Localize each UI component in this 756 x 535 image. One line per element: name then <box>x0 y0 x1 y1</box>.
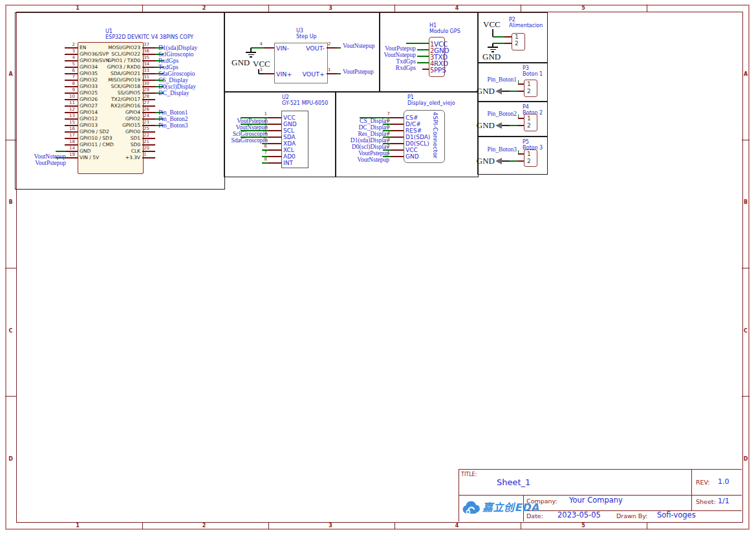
net-label[interactable]: TxdGps <box>158 65 178 71</box>
vcc-power-label[interactable]: VCC <box>253 60 270 68</box>
gnd-power-label[interactable]: GND <box>475 87 495 95</box>
net-label[interactable]: D0(scl)Display <box>158 84 196 90</box>
pin-number: 8 <box>58 81 75 87</box>
net-label[interactable]: Pin_Boton3 <box>465 147 517 153</box>
net-label[interactable]: VoutNstepup <box>13 154 66 160</box>
drawn-by-value[interactable]: Sofi-voges <box>657 511 696 519</box>
pin-stub[interactable] <box>264 47 274 49</box>
wire[interactable] <box>251 47 264 49</box>
company-value[interactable]: Your Company <box>569 496 623 504</box>
net-label[interactable]: TxdGps <box>351 59 416 65</box>
frame-row-letter: B <box>5 199 16 206</box>
wire[interactable] <box>56 151 66 152</box>
pin-stub[interactable] <box>268 149 281 151</box>
net-label[interactable]: Pin_Boton1 <box>465 77 517 83</box>
pin-name: SDA/GPIO21 <box>91 71 140 77</box>
button-connector[interactable]: P5 Boton 3 Pin_Boton3 1 2 GND <box>477 136 546 173</box>
net-label[interactable]: Pin_Boton1 <box>158 110 188 116</box>
wire[interactable] <box>422 69 429 70</box>
net-label[interactable]: SdaGiroscopio <box>158 71 195 77</box>
pin-stub[interactable] <box>518 91 524 92</box>
pin-name: GPIO0 <box>91 129 140 135</box>
pin-stub[interactable] <box>391 130 404 131</box>
net-label[interactable]: Pin_Boton3 <box>158 123 188 129</box>
sheet-value[interactable]: 1/1 <box>718 497 729 505</box>
pin-stub[interactable] <box>391 117 404 118</box>
wire[interactable] <box>417 56 429 57</box>
wire[interactable] <box>259 73 264 74</box>
p1-ref: P1 <box>407 94 414 100</box>
pin-stub[interactable] <box>327 73 337 74</box>
gnd-flag-icon[interactable] <box>495 158 502 164</box>
pin-stub[interactable] <box>518 160 524 162</box>
wire[interactable] <box>406 43 429 44</box>
button-connector[interactable]: P3 Boton 1 Pin_Boton1 1 2 GND <box>477 62 546 101</box>
pin-stub[interactable] <box>518 118 524 119</box>
net-label[interactable]: CS_Display <box>158 78 188 83</box>
pin-stub[interactable] <box>518 153 524 155</box>
rev-value[interactable]: 1.0 <box>718 478 729 486</box>
wire[interactable] <box>417 49 429 50</box>
wire[interactable] <box>510 125 518 126</box>
pin-stub[interactable] <box>391 156 404 157</box>
net-label[interactable]: VoutPstepup <box>351 46 416 52</box>
pin-number: 7 <box>58 74 75 80</box>
pin-stub[interactable] <box>504 36 512 38</box>
gnd-flag-icon[interactable] <box>495 122 502 129</box>
pin-stub[interactable] <box>391 149 404 151</box>
net-label[interactable]: DC_Display <box>158 91 189 96</box>
net-label[interactable]: VoutNstepup <box>351 52 416 58</box>
wire[interactable] <box>492 29 493 37</box>
wire[interactable] <box>493 43 504 44</box>
pin-stub[interactable] <box>268 130 281 131</box>
net-label[interactable]: D1(sda)Display <box>158 45 197 51</box>
pin-stub[interactable] <box>327 47 337 49</box>
frame-tick <box>742 268 750 268</box>
gnd-power-label[interactable]: GND <box>482 52 501 61</box>
wire[interactable] <box>417 62 429 63</box>
net-label[interactable]: RxdGps <box>351 65 416 71</box>
pin-stub[interactable] <box>268 156 281 157</box>
pin-stub[interactable] <box>518 125 524 126</box>
wire[interactable] <box>510 91 518 92</box>
net-label[interactable]: Pin_Boton2 <box>465 111 517 117</box>
wire[interactable] <box>502 160 510 162</box>
button-connector[interactable]: P4 Boton 2 Pin_Boton2 1 2 GND <box>477 101 546 136</box>
wire[interactable] <box>337 47 341 49</box>
vcc-power-label[interactable]: VCC <box>483 20 501 28</box>
pin-stub[interactable] <box>391 124 404 125</box>
gnd-flag-icon[interactable] <box>495 88 502 94</box>
wire[interactable] <box>502 91 510 92</box>
wire[interactable] <box>502 125 510 126</box>
net-label[interactable]: RxdGps <box>158 58 178 64</box>
gnd-power-label[interactable]: GND <box>232 58 250 67</box>
net-label[interactable]: SclGiroscopio <box>158 52 193 58</box>
pin-number: 2 <box>328 41 336 47</box>
pin-name: XCL <box>283 147 294 153</box>
pin-stub[interactable] <box>268 117 281 118</box>
wire[interactable] <box>337 73 341 74</box>
date-value[interactable]: 2023-05-05 <box>557 511 601 519</box>
wire[interactable] <box>493 36 504 38</box>
pin-stub[interactable] <box>518 83 524 85</box>
pin-stub[interactable] <box>504 43 512 44</box>
sheet-title[interactable]: Sheet_1 <box>497 478 530 487</box>
pin-stub[interactable] <box>268 124 281 125</box>
wire[interactable] <box>262 162 268 164</box>
pin-stub[interactable] <box>268 136 281 138</box>
wire[interactable] <box>510 160 518 162</box>
pin-stub[interactable] <box>268 162 281 164</box>
pin-stub[interactable] <box>264 73 274 74</box>
gnd-power-label[interactable]: GND <box>475 157 495 165</box>
net-label[interactable]: VoutPstepup <box>13 160 66 166</box>
pin-name: MISO/GPIO19 <box>91 77 140 83</box>
net-label[interactable]: Pin_Boton2 <box>158 116 188 122</box>
pin-stub[interactable] <box>268 143 281 144</box>
pin-name: SD1 <box>91 135 140 142</box>
gnd-power-label[interactable]: GND <box>475 121 495 129</box>
h1-name: Modulo GPS <box>429 28 460 34</box>
pin-stub[interactable] <box>391 136 404 138</box>
pin-stub[interactable] <box>391 143 404 144</box>
net-label[interactable]: VoutNstepup <box>325 157 389 163</box>
pin-name: D1(SDA) <box>405 134 430 140</box>
